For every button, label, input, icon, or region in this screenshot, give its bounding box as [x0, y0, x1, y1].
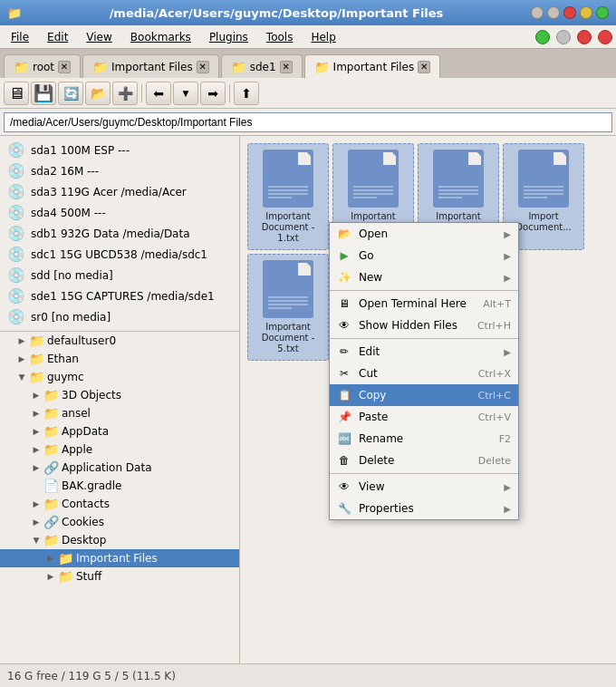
- tree-toggle-contacts[interactable]: ▶: [29, 497, 43, 511]
- device-sda2[interactable]: 💿 sda2 16M ---: [0, 160, 239, 181]
- toolbar-btn-back-dropdown[interactable]: ▼: [173, 82, 198, 105]
- file-icon-doc3: [433, 150, 484, 208]
- tree-item-guymc[interactable]: ▼ 📁 guymc: [0, 368, 239, 386]
- tree-label-apple: Apple: [62, 443, 92, 456]
- tab-sde1-icon: 📁: [231, 60, 246, 74]
- ctx-item-copy[interactable]: 📋 Copy Ctrl+C: [330, 384, 518, 406]
- device-sdc1[interactable]: 💿 sdc1 15G UBCD538 /media/sdc1: [0, 244, 239, 265]
- tree-item-defaultuser0[interactable]: ▶ 📁 defaultuser0: [0, 332, 239, 350]
- tree-label-ethan: Ethan: [47, 353, 79, 365]
- tree-toggle-3dobjects[interactable]: ▶: [29, 388, 43, 402]
- tree-item-contacts[interactable]: ▶ 📁 Contacts: [0, 495, 239, 513]
- devices-section: 💿 sda1 100M ESP --- 💿 sda2 16M --- 💿 sda…: [0, 136, 239, 331]
- device-sdc1-icon: 💿: [7, 246, 25, 263]
- device-sdd[interactable]: 💿 sdd [no media]: [0, 265, 239, 285]
- window-minimize-button[interactable]: [580, 6, 592, 19]
- tree-item-desktop[interactable]: ▼ 📁 Desktop: [0, 531, 239, 549]
- ctx-item-go[interactable]: ▶ Go ▶: [330, 245, 518, 266]
- tab-important-files-1[interactable]: 📁 Important Files ✕: [82, 54, 219, 78]
- toolbar-btn-new[interactable]: ➕: [112, 82, 138, 105]
- tree-item-appdata2[interactable]: ▶ 🔗 Application Data: [0, 459, 239, 477]
- tree-item-ansel[interactable]: ▶ 📁 ansel: [0, 404, 239, 422]
- tree-toggle-desktop[interactable]: ▼: [29, 533, 43, 547]
- tab-important-files-2[interactable]: 📁 Important Files ✕: [304, 54, 441, 78]
- tree-item-ethan[interactable]: ▶ 📁 Ethan: [0, 350, 239, 368]
- device-sda1[interactable]: 💿 sda1 100M ESP ---: [0, 140, 239, 160]
- ctx-icon-edit: ✏: [337, 344, 351, 359]
- device-sr0[interactable]: 💿 sr0 [no media]: [0, 306, 239, 327]
- ctx-item-edit[interactable]: ✏ Edit ▶: [330, 341, 518, 363]
- tree-item-apple[interactable]: ▶ 📁 Apple: [0, 440, 239, 459]
- menu-edit[interactable]: Edit: [40, 29, 75, 45]
- menu-tools[interactable]: Tools: [259, 29, 301, 45]
- folder-icon-appdata2: 🔗: [43, 460, 59, 475]
- ctx-item-cut[interactable]: ✂ Cut Ctrl+X: [330, 363, 518, 384]
- tab-sde1[interactable]: 📁 sde1 ✕: [221, 54, 303, 78]
- tree-toggle-ethan[interactable]: ▶: [14, 352, 29, 366]
- tree-toggle-important-files[interactable]: ▶: [43, 551, 58, 566]
- tree-item-stuff[interactable]: ▶ 📁 Stuff: [0, 567, 239, 585]
- ctx-label-delete: Delete: [359, 454, 394, 467]
- ctx-item-properties[interactable]: 🔧 Properties ▶: [330, 498, 518, 519]
- tree-toggle-ansel[interactable]: ▶: [29, 406, 43, 421]
- window-close-button[interactable]: [563, 6, 576, 19]
- tree-toggle-stuff[interactable]: ▶: [43, 569, 58, 584]
- toolbar-btn-disk[interactable]: 💾: [31, 82, 56, 105]
- device-sda3[interactable]: 💿 sda3 119G Acer /media/Acer: [0, 181, 239, 202]
- menu-help[interactable]: Help: [303, 29, 342, 45]
- ctx-item-new[interactable]: ✨ New ▶: [330, 266, 518, 288]
- menu-file[interactable]: File: [4, 29, 36, 45]
- tree-toggle-cookies[interactable]: ▶: [29, 515, 43, 529]
- address-input[interactable]: [4, 112, 612, 132]
- window-btn-1[interactable]: [531, 6, 544, 19]
- tree-item-3dobjects[interactable]: ▶ 📁 3D Objects: [0, 386, 239, 404]
- ctx-arrow-properties: ▶: [504, 504, 511, 514]
- device-sda3-label: sda3 119G Acer /media/Acer: [31, 186, 187, 198]
- toolbar-btn-refresh[interactable]: 🔄: [58, 82, 83, 105]
- tab-important-files-2-close[interactable]: ✕: [418, 61, 430, 73]
- ctx-shortcut-hidden: Ctrl+H: [477, 320, 511, 332]
- tree-item-bakgradle[interactable]: ▶ 📄 BAK.gradle: [0, 477, 239, 495]
- tree-item-appdata[interactable]: ▶ 📁 AppData: [0, 422, 239, 440]
- tree-toggle-appdata[interactable]: ▶: [29, 424, 43, 439]
- file-item-doc1[interactable]: Important Document - 1.txt: [247, 143, 329, 250]
- window-btn-2[interactable]: [547, 6, 560, 19]
- toolbar-btn-up[interactable]: ⬆: [234, 82, 259, 105]
- ctx-icon-go: ▶: [337, 248, 351, 263]
- tab-root-close[interactable]: ✕: [58, 61, 71, 73]
- ctx-item-hidden[interactable]: 👁 Show Hidden Files Ctrl+H: [330, 314, 518, 336]
- ctx-icon-view: 👁: [337, 479, 351, 494]
- toolbar-btn-back[interactable]: ⬅: [146, 82, 171, 105]
- tree-item-cookies[interactable]: ▶ 🔗 Cookies: [0, 513, 239, 531]
- tab-root[interactable]: 📁 root ✕: [4, 54, 81, 78]
- file-icon-doc5: [263, 260, 313, 318]
- ctx-item-rename[interactable]: 🔤 Rename F2: [330, 428, 518, 450]
- folder-icon-bakgradle: 📄: [43, 479, 59, 493]
- ctx-item-view[interactable]: 👁 View ▶: [330, 476, 518, 498]
- tab-important-files-1-close[interactable]: ✕: [197, 61, 209, 73]
- ctx-item-delete[interactable]: 🗑 Delete Delete: [330, 450, 518, 471]
- device-sda4[interactable]: 💿 sda4 500M ---: [0, 202, 239, 223]
- ctx-icon-delete: 🗑: [337, 453, 351, 468]
- tree-toggle-appdata2[interactable]: ▶: [29, 460, 43, 475]
- menu-view[interactable]: View: [79, 29, 119, 45]
- tab-sde1-close[interactable]: ✕: [280, 61, 293, 73]
- tree-toggle-defaultuser0[interactable]: ▶: [14, 334, 29, 348]
- toolbar-btn-forward[interactable]: ➡: [200, 82, 226, 105]
- file-item-doc5[interactable]: Important Document - 5.txt: [247, 254, 329, 361]
- tree-toggle-guymc[interactable]: ▼: [14, 370, 29, 384]
- device-sde1[interactable]: 💿 sde1 15G CAPTURES /media/sde1: [0, 285, 239, 306]
- menu-bookmarks[interactable]: Bookmarks: [123, 29, 198, 45]
- device-sdb1[interactable]: 💿 sdb1 932G Data /media/Data: [0, 223, 239, 244]
- toolbar-btn-computer[interactable]: 🖥: [4, 82, 29, 105]
- window-maximize-button[interactable]: [596, 6, 609, 19]
- toolbar-sep-1: [141, 84, 142, 102]
- tree-toggle-apple[interactable]: ▶: [29, 442, 43, 457]
- tree-item-important-files[interactable]: ▶ 📁 Important Files: [0, 549, 239, 567]
- toolbar-btn-folder[interactable]: 📂: [85, 82, 111, 105]
- ctx-item-terminal[interactable]: 🖥 Open Terminal Here Alt+T: [330, 293, 518, 314]
- menu-plugins[interactable]: Plugins: [202, 29, 255, 45]
- ctx-icon-new: ✨: [337, 270, 351, 285]
- ctx-item-open[interactable]: 📂 Open ▶: [330, 223, 518, 245]
- ctx-item-paste[interactable]: 📌 Paste Ctrl+V: [330, 406, 518, 428]
